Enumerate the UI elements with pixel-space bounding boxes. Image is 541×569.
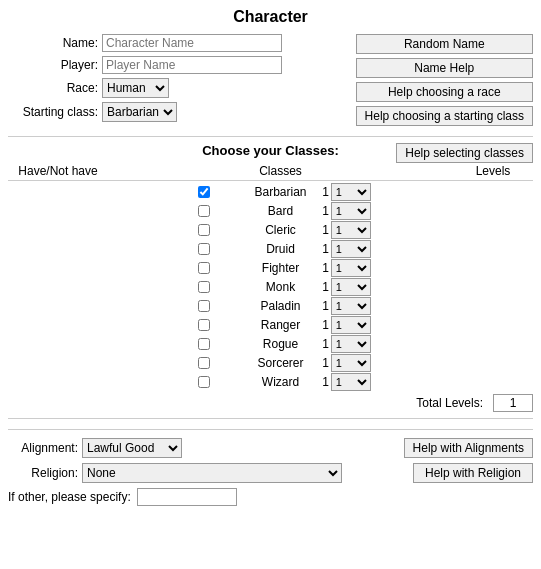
help-alignments-button[interactable]: Help with Alignments [404,438,533,458]
class-checkbox[interactable] [198,262,210,274]
col-have-header: Have/Not have [8,164,108,178]
class-name: Wizard [254,375,306,389]
class-name: Bard [254,204,306,218]
total-row: Total Levels: [8,394,533,412]
class-name: Paladin [254,299,306,313]
race-select[interactable]: HumanElfDwarfHalflingGnomeHalf-ElfHalf-O… [102,78,169,98]
level-select[interactable]: 1234567891011121314151617181920 [331,183,371,201]
class-checkbox[interactable] [198,224,210,236]
if-other-row: If other, please specify: [8,488,533,506]
class-name: Fighter [254,261,306,275]
total-label: Total Levels: [416,396,483,410]
religion-select[interactable]: NoneAthenaBoccobCorellon LarethianEhlonn… [82,463,342,483]
class-name: Sorcerer [254,356,306,370]
alignment-select[interactable]: Lawful GoodLawful NeutralLawful EvilNeut… [82,438,182,458]
table-row: Fighter11234567891011121314151617181920 [154,259,386,277]
class-name: Monk [254,280,306,294]
col-class-header: Classes [108,164,453,178]
race-label: Race: [8,81,98,95]
table-row: Ranger11234567891011121314151617181920 [154,316,386,334]
total-value-input [493,394,533,412]
level-select[interactable]: 1234567891011121314151617181920 [331,297,371,315]
class-name: Druid [254,242,306,256]
class-checkbox[interactable] [198,243,210,255]
divider-2 [8,418,533,419]
classes-table-header: Have/Not have Classes Levels [8,164,533,181]
class-name: Cleric [254,223,306,237]
table-row: Wizard11234567891011121314151617181920 [154,373,386,391]
classes-title: Choose your Classes: [202,143,339,158]
table-row: Bard11234567891011121314151617181920 [154,202,386,220]
alignment-label: Alignment: [8,441,78,455]
class-name: Barbarian [254,185,306,199]
col-levels-header: Levels [453,164,533,178]
class-checkbox[interactable] [198,281,210,293]
level-select[interactable]: 1234567891011121314151617181920 [331,316,371,334]
table-row: Druid11234567891011121314151617181920 [154,240,386,258]
if-other-input[interactable] [137,488,237,506]
table-row: Paladin11234567891011121314151617181920 [154,297,386,315]
starting-class-label: Starting class: [8,105,98,119]
table-row: Barbarian1123456789101112131415161718192… [154,183,386,201]
religion-label: Religion: [8,466,78,480]
class-checkbox[interactable] [198,300,210,312]
alignment-row: Alignment: Lawful GoodLawful NeutralLawf… [8,438,533,458]
name-input[interactable] [102,34,282,52]
level-select[interactable]: 1234567891011121314151617181920 [331,373,371,391]
name-label: Name: [8,36,98,50]
random-name-button[interactable]: Random Name [356,34,533,54]
player-input[interactable] [102,56,282,74]
help-starting-class-button[interactable]: Help choosing a starting class [356,106,533,126]
class-checkbox[interactable] [198,186,210,198]
level-select[interactable]: 1234567891011121314151617181920 [331,335,371,353]
name-help-button[interactable]: Name Help [356,58,533,78]
class-checkbox[interactable] [198,338,210,350]
help-race-button[interactable]: Help choosing a race [356,82,533,102]
classes-list: Barbarian1123456789101112131415161718192… [154,183,386,392]
bottom-section: Alignment: Lawful GoodLawful NeutralLawf… [8,429,533,506]
help-religion-button[interactable]: Help with Religion [413,463,533,483]
table-row: Sorcerer11234567891011121314151617181920 [154,354,386,372]
class-checkbox[interactable] [198,357,210,369]
level-select[interactable]: 1234567891011121314151617181920 [331,259,371,277]
table-row: Rogue11234567891011121314151617181920 [154,335,386,353]
page-title: Character [8,8,533,26]
table-row: Cleric11234567891011121314151617181920 [154,221,386,239]
help-selecting-classes-button[interactable]: Help selecting classes [396,143,533,163]
class-checkbox[interactable] [198,319,210,331]
level-select[interactable]: 1234567891011121314151617181920 [331,240,371,258]
class-name: Ranger [254,318,306,332]
class-name: Rogue [254,337,306,351]
level-select[interactable]: 1234567891011121314151617181920 [331,202,371,220]
level-select[interactable]: 1234567891011121314151617181920 [331,221,371,239]
table-row: Monk11234567891011121314151617181920 [154,278,386,296]
divider-1 [8,136,533,137]
religion-row: Religion: NoneAthenaBoccobCorellon Laret… [8,463,533,483]
level-select[interactable]: 1234567891011121314151617181920 [331,278,371,296]
class-checkbox[interactable] [198,205,210,217]
level-select[interactable]: 1234567891011121314151617181920 [331,354,371,372]
starting-class-select[interactable]: BarbarianBardClericDruidFighterMonkPalad… [102,102,177,122]
if-other-label: If other, please specify: [8,490,131,504]
class-checkbox[interactable] [198,376,210,388]
player-label: Player: [8,58,98,72]
